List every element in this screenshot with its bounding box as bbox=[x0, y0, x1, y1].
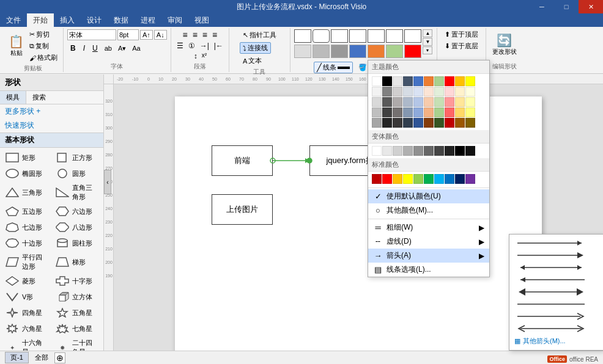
theme-color-swatch[interactable] bbox=[413, 87, 423, 96]
page-tab-1[interactable]: 页-1 bbox=[5, 352, 29, 363]
theme-color-swatch[interactable] bbox=[403, 97, 413, 107]
theme-color-swatch[interactable] bbox=[382, 118, 392, 128]
arrow-opt-7[interactable] bbox=[512, 310, 601, 322]
shape-cylinder[interactable]: 圆柱形 bbox=[53, 236, 102, 250]
theme-color-swatch[interactable] bbox=[372, 76, 382, 86]
standard-color-swatch[interactable] bbox=[424, 174, 434, 184]
shape-square[interactable]: 正方形 bbox=[53, 150, 102, 165]
underline-btn[interactable]: U bbox=[89, 43, 101, 54]
standard-color-swatch[interactable] bbox=[393, 174, 402, 184]
theme-color-swatch[interactable] bbox=[434, 107, 444, 117]
copy-btn[interactable]: ⧉ 复制 bbox=[28, 41, 59, 51]
style-2[interactable] bbox=[313, 29, 330, 43]
shape-rect[interactable]: 矩形 bbox=[2, 150, 51, 165]
shape-ellipse[interactable]: 椭圆形 bbox=[2, 166, 51, 181]
standard-color-swatch[interactable] bbox=[382, 174, 392, 184]
tab-home[interactable]: 开始 bbox=[27, 13, 54, 27]
shape-frontend[interactable]: 前端 bbox=[212, 145, 273, 176]
theme-color-swatch[interactable] bbox=[434, 97, 444, 107]
shape-v[interactable]: V形 bbox=[2, 289, 51, 304]
add-page-btn[interactable]: ⊕ bbox=[54, 352, 65, 363]
dashed-line-item[interactable]: ╌ 虚线(D) ▶ bbox=[368, 235, 489, 249]
shape-circle[interactable]: 圆形 bbox=[53, 166, 102, 181]
theme-color-swatch[interactable] bbox=[455, 87, 465, 96]
variant-color-swatch[interactable] bbox=[403, 146, 413, 156]
theme-color-swatch[interactable] bbox=[434, 76, 444, 86]
theme-color-swatch[interactable] bbox=[465, 87, 475, 96]
theme-color-swatch[interactable] bbox=[445, 107, 454, 117]
style-14[interactable] bbox=[404, 45, 421, 58]
grow-font-btn[interactable]: A↑ bbox=[140, 30, 153, 40]
theme-color-swatch[interactable] bbox=[434, 87, 444, 96]
line-spacing-btn[interactable]: ↕ bbox=[192, 51, 199, 61]
theme-color-swatch[interactable] bbox=[465, 118, 475, 128]
shape-hexagon[interactable]: 六边形 bbox=[53, 204, 102, 219]
bullet-list-btn[interactable]: ☰ bbox=[175, 41, 185, 51]
tab-insert[interactable]: 插入 bbox=[54, 13, 81, 27]
theme-color-swatch[interactable] bbox=[445, 76, 454, 86]
font-name-input[interactable] bbox=[67, 29, 116, 40]
shape-4star[interactable]: 四角星 bbox=[2, 305, 51, 320]
style-more-down[interactable]: ▼ bbox=[423, 38, 432, 46]
shape-heptagon[interactable]: 七边形 bbox=[2, 220, 51, 235]
tab-review[interactable]: 审阅 bbox=[161, 13, 188, 27]
style-11[interactable] bbox=[349, 45, 366, 58]
variant-color-swatch[interactable] bbox=[413, 146, 423, 156]
standard-color-swatch[interactable] bbox=[434, 174, 444, 184]
style-more-up[interactable]: ▲ bbox=[423, 29, 432, 37]
change-shape-btn[interactable]: 🔄 更改形状 bbox=[490, 33, 519, 57]
outdent-btn[interactable]: |← bbox=[212, 41, 225, 51]
theme-color-swatch[interactable] bbox=[403, 107, 413, 117]
shape-24star[interactable]: ✸ 二十四角星 bbox=[53, 337, 102, 351]
tab-file[interactable]: 文件 bbox=[0, 13, 27, 27]
italic-btn[interactable]: I bbox=[80, 43, 88, 54]
bold-btn[interactable]: B bbox=[67, 43, 79, 54]
bring-to-front-btn[interactable]: ⬆ 置于顶层 bbox=[443, 29, 480, 40]
theme-color-swatch[interactable] bbox=[403, 76, 413, 86]
theme-color-swatch[interactable] bbox=[393, 97, 402, 107]
shape-16star[interactable]: ✦ 十六角星 bbox=[2, 337, 51, 351]
theme-color-swatch[interactable] bbox=[455, 97, 465, 107]
variant-color-swatch[interactable] bbox=[424, 146, 434, 156]
arrow-opt-5[interactable] bbox=[512, 286, 601, 298]
shape-upload-image[interactable]: 上传图片 bbox=[212, 194, 273, 225]
theme-color-swatch[interactable] bbox=[424, 76, 434, 86]
connector-tool-btn[interactable]: ⤵ 连接线 bbox=[240, 42, 271, 54]
arrow-opt-1[interactable] bbox=[512, 237, 601, 249]
theme-color-swatch[interactable] bbox=[382, 97, 392, 107]
theme-color-swatch[interactable] bbox=[465, 107, 475, 117]
all-pages-btn[interactable]: 全部 bbox=[31, 352, 52, 363]
theme-color-swatch[interactable] bbox=[393, 76, 402, 86]
style-3[interactable] bbox=[331, 29, 348, 43]
numbered-list-btn[interactable]: ① bbox=[187, 41, 197, 51]
paste-btn[interactable]: 📋 粘贴 bbox=[6, 34, 26, 59]
arrow-opt-2[interactable] bbox=[512, 249, 601, 261]
theme-color-swatch[interactable] bbox=[424, 107, 434, 117]
more-arrows-link[interactable]: ▦ 其他箭头(M)... bbox=[512, 335, 601, 348]
font-color-btn[interactable]: A▾ bbox=[116, 43, 128, 54]
standard-color-swatch[interactable] bbox=[455, 174, 465, 184]
style-8[interactable] bbox=[294, 45, 311, 58]
tab-design[interactable]: 设计 bbox=[81, 13, 108, 27]
tab-view[interactable]: 视图 bbox=[188, 13, 215, 27]
theme-color-swatch[interactable] bbox=[403, 87, 413, 96]
theme-color-swatch[interactable] bbox=[382, 76, 392, 86]
style-7[interactable] bbox=[404, 29, 421, 43]
style-1[interactable] bbox=[294, 29, 311, 43]
arrow-item[interactable]: → 箭头(A) ▶ bbox=[368, 249, 489, 263]
theme-color-swatch[interactable] bbox=[372, 97, 382, 107]
highlight-btn[interactable]: Aa bbox=[130, 43, 142, 53]
style-9[interactable] bbox=[313, 45, 330, 58]
theme-color-swatch[interactable] bbox=[413, 97, 423, 107]
shape-triangle[interactable]: 三角形 bbox=[2, 182, 51, 203]
tab-data[interactable]: 数据 bbox=[108, 13, 135, 27]
theme-color-swatch[interactable] bbox=[445, 97, 454, 107]
style-12[interactable] bbox=[368, 45, 385, 58]
style-more-expand[interactable]: ▾ bbox=[423, 46, 432, 54]
arrow-opt-6[interactable] bbox=[512, 298, 601, 310]
theme-color-swatch[interactable] bbox=[413, 118, 423, 128]
panel-toggle-btn[interactable]: ‹ bbox=[104, 170, 111, 194]
cut-btn[interactable]: ✂ 剪切 bbox=[28, 29, 59, 40]
theme-color-swatch[interactable] bbox=[382, 87, 392, 96]
variant-color-swatch[interactable] bbox=[465, 146, 475, 156]
